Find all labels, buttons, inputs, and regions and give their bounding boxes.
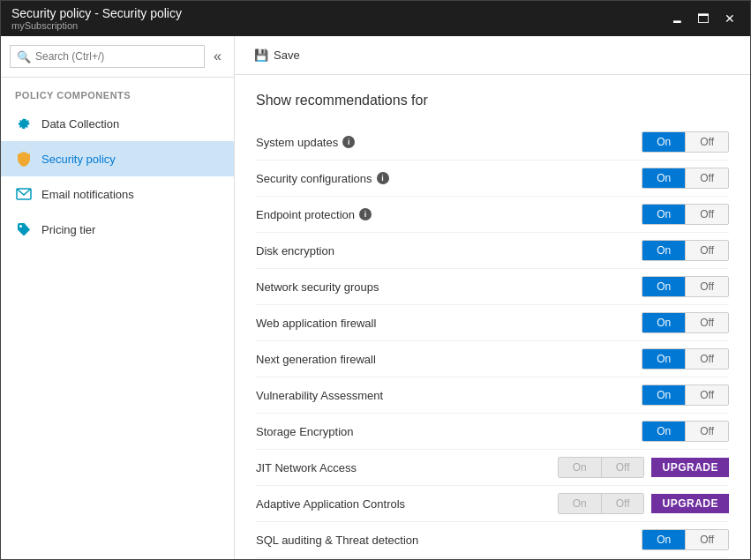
recommendation-row-system-updates: System updates i On Off	[256, 124, 729, 161]
search-input[interactable]	[10, 45, 205, 68]
toggle-group-sql-auditing: On Off	[642, 529, 729, 550]
sidebar-item-security-policy[interactable]: Security policy	[1, 141, 234, 176]
rec-label-disk-encryption: Disk encryption	[256, 244, 642, 258]
sidebar-label-data-collection: Data Collection	[41, 117, 119, 131]
rec-label-text-adaptive-app-controls: Adaptive Application Controls	[256, 497, 405, 511]
rec-label-network-security-groups: Network security groups	[256, 280, 642, 294]
window-controls: 🗕 🗖 ✕	[667, 9, 740, 28]
toggle-on-adaptive-app-controls[interactable]: On	[559, 494, 601, 513]
minimize-button[interactable]: 🗕	[667, 9, 687, 28]
sidebar-section-label: POLICY COMPONENTS	[1, 78, 234, 106]
window-subtitle: mySubscription	[11, 20, 182, 31]
toggle-on-vulnerability-assessment[interactable]: On	[642, 385, 685, 405]
rec-label-text-endpoint-protection: Endpoint protection	[256, 208, 355, 221]
window: Security policy - Security policy mySubs…	[0, 0, 751, 560]
window-title: Security policy - Security policy	[11, 6, 182, 20]
rec-label-text-jit-network-access: JIT Network Access	[256, 461, 357, 474]
info-icon-system-updates[interactable]: i	[342, 136, 355, 148]
toggle-group-jit-network-access: On Off	[558, 457, 645, 478]
toggle-group-network-security-groups: On Off	[642, 276, 729, 297]
recommendation-row-jit-network-access: JIT Network Access On Off UPGRADE	[256, 450, 729, 486]
recommendation-row-vulnerability-assessment: Vulnerability Assessment On Off	[256, 377, 729, 414]
toggle-group-web-app-firewall: On Off	[642, 312, 729, 333]
rec-label-storage-encryption: Storage Encryption	[256, 425, 642, 438]
collapse-button[interactable]: «	[210, 47, 225, 66]
rec-label-text-disk-encryption: Disk encryption	[256, 244, 334, 258]
rec-label-sql-auditing: SQL auditing & Threat detection	[256, 534, 642, 547]
toggle-on-next-gen-firewall[interactable]: On	[642, 349, 685, 369]
recommendation-row-web-app-firewall: Web application firewall On Off	[256, 305, 729, 341]
upgrade-button-jit-network-access[interactable]: UPGRADE	[651, 458, 729, 477]
recommendation-row-disk-encryption: Disk encryption On Off	[256, 233, 729, 269]
rec-label-text-storage-encryption: Storage Encryption	[256, 425, 354, 438]
toggle-off-disk-encryption[interactable]: Off	[685, 241, 728, 260]
info-icon-endpoint-protection[interactable]: i	[359, 208, 372, 220]
toggle-on-web-app-firewall[interactable]: On	[642, 313, 685, 332]
rec-label-security-configs: Security configurations i	[256, 172, 642, 185]
toggle-off-jit-network-access[interactable]: Off	[601, 458, 644, 477]
toggle-off-adaptive-app-controls[interactable]: Off	[601, 494, 644, 513]
toolbar: 💾 Save	[235, 36, 750, 75]
recommendation-row-sql-encryption: SQL Encryption On Off	[256, 558, 729, 559]
recommendation-row-next-gen-firewall: Next generation firewall On Off	[256, 341, 729, 377]
sidebar-item-data-collection[interactable]: Data Collection	[1, 106, 234, 141]
toggle-group-endpoint-protection: On Off	[642, 204, 729, 225]
toggle-on-system-updates[interactable]: On	[642, 132, 685, 152]
toggle-on-security-configs[interactable]: On	[642, 168, 685, 188]
rec-label-text-security-configs: Security configurations	[256, 172, 372, 185]
title-bar-left: Security policy - Security policy mySubs…	[11, 6, 182, 31]
rec-label-adaptive-app-controls: Adaptive Application Controls	[256, 497, 558, 511]
envelope-icon	[15, 185, 33, 203]
toggle-group-storage-encryption: On Off	[642, 421, 729, 442]
rec-label-endpoint-protection: Endpoint protection i	[256, 208, 642, 221]
toggle-group-next-gen-firewall: On Off	[642, 348, 729, 370]
rec-label-text-web-app-firewall: Web application firewall	[256, 317, 376, 330]
toggle-on-storage-encryption[interactable]: On	[642, 422, 685, 441]
right-panel: 💾 Save Show recommendations for System u…	[235, 36, 750, 559]
toggle-off-endpoint-protection[interactable]: Off	[685, 205, 728, 224]
panel-body: Show recommendations for System updates …	[235, 75, 750, 559]
rec-label-jit-network-access: JIT Network Access	[256, 461, 558, 474]
title-bar: Security policy - Security policy mySubs…	[1, 1, 750, 36]
rec-label-text-next-gen-firewall: Next generation firewall	[256, 353, 376, 366]
gear-icon	[15, 115, 33, 132]
maximize-button[interactable]: 🗖	[694, 9, 713, 28]
toggle-off-web-app-firewall[interactable]: Off	[685, 313, 728, 332]
toggle-group-security-configs: On Off	[642, 168, 729, 189]
recommendation-row-network-security-groups: Network security groups On Off	[256, 269, 729, 305]
toggle-off-system-updates[interactable]: Off	[685, 132, 728, 152]
info-icon-security-configs[interactable]: i	[377, 172, 389, 184]
shield-icon	[15, 150, 33, 168]
toggle-off-security-configs[interactable]: Off	[685, 168, 728, 188]
sidebar-label-email-notifications: Email notifications	[41, 188, 134, 201]
recommendations-list: System updates i On Off Security configu…	[256, 124, 729, 559]
toggle-off-storage-encryption[interactable]: Off	[685, 422, 728, 441]
toggle-off-sql-auditing[interactable]: Off	[685, 530, 728, 549]
upgrade-button-adaptive-app-controls[interactable]: UPGRADE	[651, 494, 729, 513]
toggle-off-vulnerability-assessment[interactable]: Off	[685, 385, 728, 405]
main-content: 🔍 « POLICY COMPONENTS Data Collection	[1, 36, 750, 559]
rec-label-text-vulnerability-assessment: Vulnerability Assessment	[256, 389, 383, 402]
save-button[interactable]: 💾 Save	[249, 45, 305, 65]
toggle-on-jit-network-access[interactable]: On	[559, 458, 601, 477]
sidebar-item-pricing-tier[interactable]: Pricing tier	[1, 212, 234, 247]
sidebar-label-pricing-tier: Pricing tier	[41, 223, 95, 236]
sidebar-item-email-notifications[interactable]: Email notifications	[1, 176, 234, 212]
toggle-off-network-security-groups[interactable]: Off	[685, 277, 728, 296]
recommendation-row-endpoint-protection: Endpoint protection i On Off	[256, 197, 729, 233]
toggle-on-network-security-groups[interactable]: On	[642, 277, 685, 296]
rec-label-vulnerability-assessment: Vulnerability Assessment	[256, 389, 642, 402]
toggle-off-next-gen-firewall[interactable]: Off	[685, 349, 728, 369]
rec-label-next-gen-firewall: Next generation firewall	[256, 353, 642, 366]
close-button[interactable]: ✕	[720, 9, 740, 28]
save-icon: 💾	[254, 49, 268, 62]
rec-label-text-system-updates: System updates	[256, 136, 338, 149]
recommendation-row-security-configs: Security configurations i On Off	[256, 161, 729, 197]
save-label: Save	[274, 49, 300, 62]
toggle-group-system-updates: On Off	[642, 131, 729, 153]
rec-label-web-app-firewall: Web application firewall	[256, 317, 642, 330]
toggle-on-disk-encryption[interactable]: On	[642, 241, 685, 260]
sidebar-label-security-policy: Security policy	[41, 153, 116, 166]
toggle-on-endpoint-protection[interactable]: On	[642, 205, 685, 224]
toggle-on-sql-auditing[interactable]: On	[642, 530, 685, 549]
